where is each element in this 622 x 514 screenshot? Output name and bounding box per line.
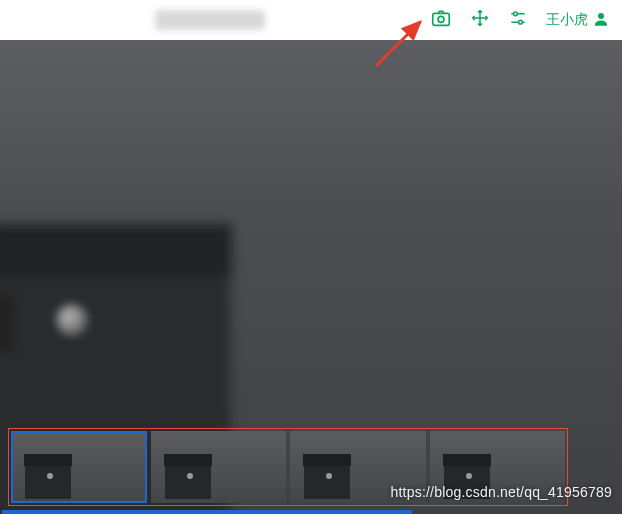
scene-safe-knob xyxy=(56,304,88,336)
svg-point-4 xyxy=(598,13,604,19)
sliders-icon xyxy=(508,8,528,32)
svg-point-2 xyxy=(514,12,518,16)
image-viewport[interactable]: https://blog.csdn.net/qq_41956789 xyxy=(0,40,622,514)
screenshot-button[interactable] xyxy=(430,0,452,40)
toolbar: 王小虎 xyxy=(0,0,622,40)
username-label: 王小虎 xyxy=(546,11,588,29)
svg-point-3 xyxy=(519,20,523,24)
camera-icon xyxy=(430,7,452,33)
user-icon xyxy=(592,10,610,31)
watermark-text: https://blog.csdn.net/qq_41956789 xyxy=(391,484,612,500)
thumbnail[interactable] xyxy=(11,431,147,503)
svg-rect-0 xyxy=(433,13,450,25)
thumbnail[interactable] xyxy=(151,431,287,503)
move-button[interactable] xyxy=(470,0,490,40)
toolbar-right: 王小虎 xyxy=(430,0,622,40)
settings-button[interactable] xyxy=(508,0,528,40)
svg-point-1 xyxy=(438,16,444,22)
user-segment[interactable]: 王小虎 xyxy=(546,10,610,31)
progress-bar xyxy=(2,510,412,514)
move-icon xyxy=(470,8,490,32)
toolbar-title-blurred xyxy=(155,10,265,30)
scene-safe-hinge xyxy=(0,296,14,351)
